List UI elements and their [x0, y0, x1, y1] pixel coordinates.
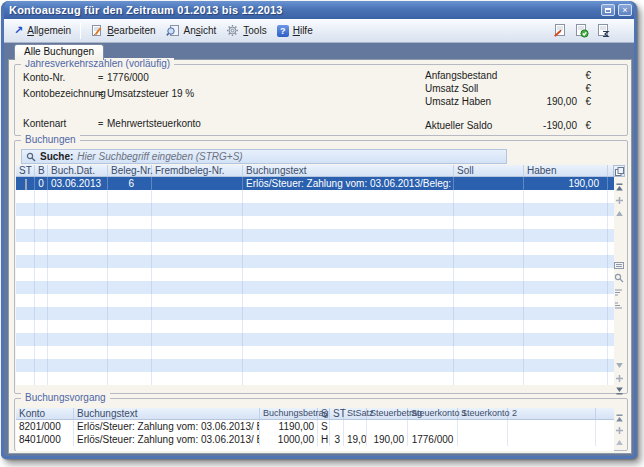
buchungen-side-strip	[612, 165, 626, 392]
menubar: ↗ Allgemein Bearbeiten Ansicht Tools ? H…	[1, 19, 637, 43]
col-buchungstext[interactable]: Buchungstext	[243, 165, 454, 176]
scroll-up-icon[interactable]	[613, 207, 625, 219]
add-row-icon[interactable]	[613, 372, 625, 384]
arrow-up-right-icon: ↗	[14, 24, 23, 37]
col-buchungstext[interactable]: Buchungstext	[74, 408, 260, 419]
empty-table-row[interactable]	[16, 346, 614, 359]
currency-symbol: €	[577, 120, 591, 131]
col-fremdbelegnr[interactable]: Fremdbeleg-Nr.	[152, 165, 243, 176]
umsatz-haben-value: 190,00	[519, 96, 577, 107]
jvz-row-umsatz-haben: Umsatz Haben 190,00 €	[425, 95, 591, 108]
aktueller-saldo-value: -190,00	[519, 120, 577, 131]
col-stsatz[interactable]: StSatz	[344, 408, 367, 419]
search-label: Suche:	[40, 151, 73, 162]
keyboard-icon[interactable]	[613, 259, 625, 271]
empty-table-row[interactable]	[16, 333, 614, 346]
scroll-down-icon[interactable]	[613, 359, 625, 371]
search-small-icon[interactable]	[613, 272, 625, 284]
jvz-row-kontonr: Konto-Nr. = 1776/000	[23, 71, 149, 84]
empty-table-row[interactable]	[16, 203, 614, 216]
empty-table-row[interactable]	[16, 268, 614, 281]
buchungsvorgang-table: Konto Buchungstext Buchungsbetrag S ST S…	[16, 408, 614, 451]
toolbar-separator	[80, 23, 81, 39]
group-jahresverkehrszahlen: Jahresverkehrszahlen (vorläufig) Konto-N…	[14, 64, 628, 136]
empty-table-row[interactable]	[16, 294, 614, 307]
empty-table-row[interactable]	[16, 320, 614, 333]
jvz-row-kontobezeichnung: Kontobezeichnung = Umsatzsteuer 19 %	[23, 87, 194, 100]
buchungen-empty-rows	[16, 190, 614, 385]
menu-allgemein[interactable]: ↗ Allgemein	[9, 22, 76, 39]
edit-document-icon	[90, 24, 103, 37]
col-haben[interactable]: Haben	[524, 165, 608, 176]
equals-icon: =	[98, 73, 107, 83]
jvz-row-aktueller-saldo: Aktueller Saldo -190,00 €	[425, 119, 591, 132]
scroll-bottom-icon[interactable]	[613, 384, 625, 396]
vorgang-row[interactable]: 8201/000 Erlös/Steuer: Zahlung vom: 03.0…	[16, 420, 614, 433]
vorgang-side-strip	[612, 408, 626, 449]
view-document-icon	[166, 24, 180, 37]
col-konto[interactable]: Konto	[16, 408, 74, 419]
col-steuerkonto2[interactable]: Steuerkonto 2	[458, 408, 508, 419]
scroll-up-icon[interactable]	[613, 436, 625, 448]
col-belegnr[interactable]: Beleg-Nr.	[108, 165, 152, 176]
empty-table-row[interactable]	[16, 307, 614, 320]
col-soll[interactable]: Soll	[454, 165, 524, 176]
help-icon: ?	[277, 25, 289, 37]
kontenart-value: Mehrwertsteuerkonto	[107, 118, 201, 129]
col-st[interactable]: ST	[330, 408, 344, 419]
row-doc-icon	[16, 177, 35, 190]
document-check-icon[interactable]	[574, 23, 589, 38]
group-buchungen: Buchungen Suche: Hier Suchbegriff eingeb…	[14, 140, 628, 394]
jvz-row-umsatz-soll: Umsatz Soll €	[425, 82, 591, 95]
empty-table-row[interactable]	[16, 242, 614, 255]
search-placeholder: Hier Suchbegriff eingeben (STRG+S)	[77, 151, 242, 162]
restore-icon	[605, 8, 611, 13]
app-window: Kontoauszug für den Zeitraum 01.2013 bis…	[1, 1, 637, 459]
toolbar-right-icons	[552, 23, 629, 38]
sort-desc-icon[interactable]	[613, 299, 625, 311]
buchung-row-selected[interactable]: 0 03.06.2013 6 Erlös/Steuer: Zahlung vom…	[16, 177, 614, 190]
empty-table-row[interactable]	[16, 216, 614, 229]
buchungsvorgang-header[interactable]: Konto Buchungstext Buchungsbetrag S ST S…	[16, 408, 614, 420]
col-steuerbetrag[interactable]: Steuerbetrag	[367, 408, 408, 419]
menu-bearbeiten[interactable]: Bearbeiten	[85, 22, 160, 39]
add-row-icon[interactable]	[613, 194, 625, 206]
col-s[interactable]: S	[318, 408, 330, 419]
report-print-icon[interactable]	[552, 23, 567, 38]
restore-button[interactable]	[601, 4, 615, 16]
menu-ansicht[interactable]: Ansicht	[161, 22, 222, 39]
search-bar[interactable]: Suche: Hier Suchbegriff eingeben (STRG+S…	[21, 149, 507, 164]
empty-table-row[interactable]	[16, 359, 614, 372]
scroll-top-icon[interactable]	[613, 181, 625, 193]
empty-table-row[interactable]	[16, 281, 614, 294]
column-chooser-icon[interactable]	[613, 165, 625, 177]
tab-alle-buchungen[interactable]: Alle Buchungen	[14, 44, 104, 60]
group-title: Buchungen	[21, 134, 80, 146]
col-st[interactable]: ST	[16, 165, 35, 176]
sort-asc-icon[interactable]	[613, 286, 625, 298]
add-row-icon[interactable]	[613, 424, 625, 436]
empty-table-row[interactable]	[16, 190, 614, 203]
col-steuerkonto1[interactable]: Steuerkonto 1	[408, 408, 458, 419]
col-buchdat[interactable]: Buch.Dat.	[48, 165, 108, 176]
menu-tools[interactable]: Tools	[221, 22, 271, 39]
currency-symbol: €	[577, 83, 591, 94]
empty-table-row[interactable]	[16, 229, 614, 242]
close-button[interactable]: ×	[618, 4, 632, 16]
buchungen-header[interactable]: ST B Buch.Dat. Beleg-Nr. Fremdbeleg-Nr. …	[16, 165, 614, 177]
window-title: Kontoauszug für den Zeitraum 01.2013 bis…	[9, 4, 598, 16]
empty-table-row[interactable]	[16, 255, 614, 268]
group-title: Buchungsvorgang	[21, 392, 110, 404]
vorgang-row[interactable]: 8401/000 Erlös/Steuer: Zahlung vom: 03.0…	[16, 433, 614, 446]
menu-hilfe[interactable]: ? Hilfe	[272, 23, 318, 39]
empty-table-row[interactable]	[16, 372, 614, 385]
col-b[interactable]: B	[35, 165, 48, 176]
jvz-row-anfangsbestand: Anfangsbestand €	[425, 69, 591, 82]
scroll-top-icon[interactable]	[613, 412, 625, 424]
col-buchungsbetrag[interactable]: Buchungsbetrag	[260, 408, 318, 419]
titlebar[interactable]: Kontoauszug für den Zeitraum 01.2013 bis…	[1, 1, 637, 19]
group-buchungsvorgang: Buchungsvorgang Konto Buchungstext Buchu…	[14, 398, 628, 451]
currency-symbol: €	[577, 70, 591, 81]
close-icon: ×	[622, 6, 627, 15]
document-sum-icon[interactable]	[596, 23, 611, 38]
